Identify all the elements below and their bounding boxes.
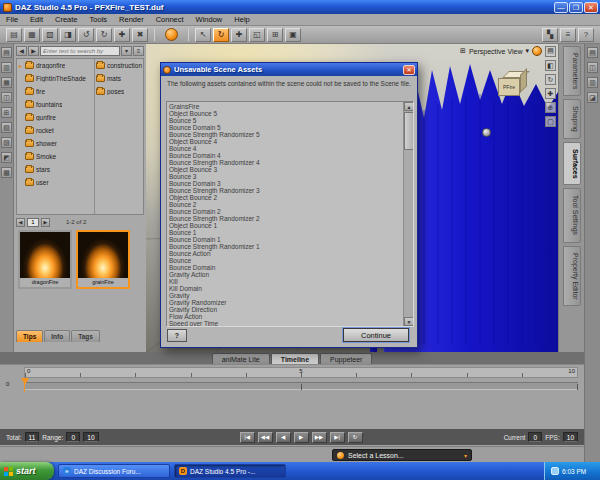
menu-item[interactable]: Tools: [84, 15, 114, 24]
previous-key-button[interactable]: ◀◀: [258, 432, 273, 443]
dock-icon-5[interactable]: ⊞: [1, 107, 12, 118]
asset-thumbnail[interactable]: grainFire: [76, 230, 130, 289]
new-file-icon[interactable]: ▤: [6, 28, 22, 42]
menu-item[interactable]: Help: [228, 15, 255, 24]
scale-tool-icon[interactable]: ◱: [249, 28, 265, 42]
library-tab[interactable]: Tags: [71, 330, 100, 342]
asset-thumbnail[interactable]: dragonFire: [18, 230, 72, 289]
subfolder-item[interactable]: poses: [95, 85, 143, 98]
folder-item[interactable]: ► rocket: [17, 124, 94, 137]
forward-button[interactable]: ▶: [28, 46, 39, 56]
edge-icon-3[interactable]: ▥: [587, 77, 598, 88]
task-button[interactable]: e DAZ Discussion Foru...: [58, 464, 170, 478]
view-options-icon[interactable]: ▾: [121, 46, 132, 56]
save-file-icon[interactable]: ▧: [42, 28, 58, 42]
dock-icon-6[interactable]: ▧: [1, 122, 12, 133]
go-to-start-button[interactable]: |◀: [240, 432, 255, 443]
subfolder-item[interactable]: construction: [95, 59, 143, 72]
folder-item[interactable]: ► dragonfire: [17, 59, 94, 72]
loop-button[interactable]: ↻: [348, 432, 363, 443]
menu-item[interactable]: File: [0, 15, 24, 24]
scroll-down-icon[interactable]: ▼: [404, 317, 414, 326]
folder-item[interactable]: ► fire: [17, 85, 94, 98]
menu-item[interactable]: Connect: [150, 15, 190, 24]
folder-item[interactable]: ► Smoke: [17, 150, 94, 163]
viewport-daz-icon[interactable]: [532, 46, 542, 56]
right-panel-tab[interactable]: Surfaces: [563, 142, 581, 186]
task-button[interactable]: D DAZ Studio 4.5 Pro -...: [174, 464, 286, 478]
dialog-close-button[interactable]: ✕: [403, 65, 415, 75]
go-to-end-button[interactable]: ▶|: [330, 432, 345, 443]
close-button[interactable]: ✕: [584, 2, 598, 13]
bottom-pane-tab[interactable]: aniMate Lite: [212, 353, 270, 364]
folder-item[interactable]: ► stars: [17, 163, 94, 176]
view-cube-icon[interactable]: ◧: [545, 60, 556, 71]
right-panel-tab[interactable]: Shaping: [563, 99, 581, 139]
current-frame-field[interactable]: 0: [528, 432, 542, 442]
pan-icon[interactable]: ✚: [545, 88, 556, 99]
folder-item[interactable]: ► gunfire: [17, 111, 94, 124]
dialog-asset-listbox[interactable]: GrainsFireObject Bounce 5Bounce 5Bounce …: [166, 101, 414, 327]
dock-icon-3[interactable]: ▦: [1, 77, 12, 88]
right-panel-tab[interactable]: Parameters: [563, 46, 581, 96]
menu-icon[interactable]: ≡: [560, 28, 576, 42]
frame-view-icon[interactable]: ▢: [545, 116, 556, 127]
menu-item[interactable]: Render: [113, 15, 150, 24]
bottom-pane-tab[interactable]: Timeline: [271, 353, 319, 364]
redo-icon[interactable]: ↻: [96, 28, 112, 42]
delete-node-icon[interactable]: ✖: [132, 28, 148, 42]
dialog-scrollbar[interactable]: ▲ ▼: [403, 102, 413, 326]
select-tool-icon[interactable]: ↖: [195, 28, 211, 42]
folder-item[interactable]: ► user: [17, 176, 94, 189]
view-selector-label[interactable]: Perspective View: [469, 48, 523, 55]
page-number-field[interactable]: [27, 218, 39, 227]
step-forward-button[interactable]: ▶▶: [312, 432, 327, 443]
node-tool-icon[interactable]: ▣: [285, 28, 301, 42]
daz-ball-icon[interactable]: [165, 28, 178, 41]
sphere-gizmo[interactable]: [482, 128, 491, 137]
total-field[interactable]: 11: [25, 432, 40, 442]
dock-icon-4[interactable]: ◫: [1, 92, 12, 103]
library-tab[interactable]: Info: [44, 330, 70, 342]
continue-button[interactable]: Continue: [343, 328, 409, 342]
dock-icon-9[interactable]: ▩: [1, 167, 12, 178]
scroll-up-icon[interactable]: ▲: [404, 102, 414, 111]
dolly-icon[interactable]: ⊕: [545, 102, 556, 113]
lesson-selector[interactable]: Select a Lesson... ▾: [332, 449, 472, 461]
folder-item[interactable]: ► fountains: [17, 98, 94, 111]
add-node-icon[interactable]: ✚: [114, 28, 130, 42]
fps-field[interactable]: 10: [563, 432, 578, 442]
undo-icon[interactable]: ↺: [78, 28, 94, 42]
start-button[interactable]: start: [0, 462, 54, 480]
maximize-button[interactable]: ❐: [569, 2, 583, 13]
step-back-button[interactable]: ◀: [276, 432, 291, 443]
timeline-track[interactable]: [24, 382, 578, 390]
chevron-down-icon[interactable]: ▾: [525, 47, 529, 55]
right-panel-tab[interactable]: Tool Settings: [563, 188, 581, 242]
viewport-options-icon[interactable]: ▤: [545, 46, 556, 57]
panel-menu-icon[interactable]: ≡: [133, 46, 144, 56]
subfolder-item[interactable]: mats: [95, 72, 143, 85]
layout-icon[interactable]: ▚: [542, 28, 558, 42]
menu-item[interactable]: Create: [49, 15, 84, 24]
help-icon[interactable]: ?: [578, 28, 594, 42]
library-tab[interactable]: Tips: [16, 330, 43, 342]
tray-icon[interactable]: [551, 467, 559, 475]
dialog-help-button[interactable]: ?: [167, 329, 187, 342]
import-icon[interactable]: ◨: [60, 28, 76, 42]
orbit-icon[interactable]: ↻: [545, 74, 556, 85]
edge-icon-2[interactable]: ◫: [587, 62, 598, 73]
page-next-button[interactable]: ▶: [41, 218, 50, 227]
node-cube-gizmo[interactable]: PFire: [498, 70, 532, 100]
dock-icon-8[interactable]: ◩: [1, 152, 12, 163]
menu-item[interactable]: Edit: [24, 15, 49, 24]
range-end-field[interactable]: 10: [83, 432, 98, 442]
play-button[interactable]: ▶: [294, 432, 309, 443]
dock-icon-2[interactable]: ▥: [1, 62, 12, 73]
open-file-icon[interactable]: ▦: [24, 28, 40, 42]
timeline-ruler[interactable]: 0 5 10: [24, 367, 578, 378]
edge-icon-4[interactable]: ◪: [587, 92, 598, 103]
playhead-scrubber[interactable]: [21, 378, 29, 385]
minimize-button[interactable]: —: [554, 2, 568, 13]
folder-item[interactable]: ► FightInTheShade: [17, 72, 94, 85]
